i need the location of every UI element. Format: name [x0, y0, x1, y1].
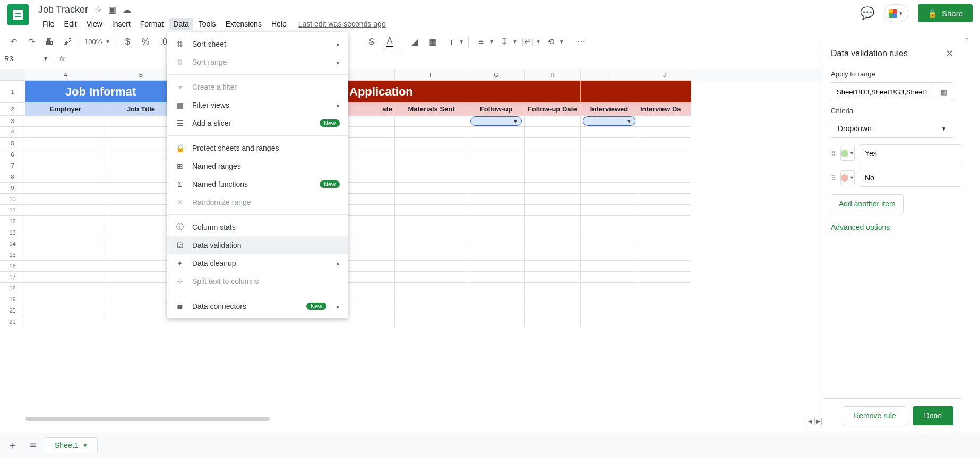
cell[interactable]	[25, 138, 106, 149]
cell[interactable]	[581, 194, 638, 205]
cell[interactable]	[468, 127, 525, 138]
cell[interactable]	[395, 316, 468, 327]
cell[interactable]	[468, 227, 525, 238]
cell[interactable]	[395, 171, 468, 183]
row-header[interactable]: 20	[0, 305, 25, 316]
header-followup-date[interactable]: Follow-up Date	[525, 103, 581, 116]
cell[interactable]	[525, 283, 581, 294]
col-header[interactable]: H	[525, 69, 581, 81]
menu-data[interactable]: Data	[169, 18, 193, 30]
cell[interactable]	[25, 283, 106, 294]
cell[interactable]	[25, 116, 106, 127]
row-header[interactable]: 17	[0, 272, 25, 283]
cell[interactable]	[25, 149, 106, 160]
sheet-tab[interactable]: Sheet1 ▼	[45, 437, 98, 453]
cloud-icon[interactable]: ☁	[123, 5, 131, 15]
cell[interactable]	[106, 216, 176, 227]
cell[interactable]	[395, 216, 468, 227]
range-input[interactable]	[831, 82, 934, 101]
menu-named-ranges[interactable]: ⊞Named ranges	[167, 157, 348, 175]
cell[interactable]	[25, 294, 106, 305]
menu-edit[interactable]: Edit	[60, 18, 81, 30]
menu-filter-views[interactable]: ▤Filter views▸	[167, 96, 348, 114]
row-header[interactable]: 10	[0, 194, 25, 205]
cell[interactable]	[638, 194, 691, 205]
add-another-button[interactable]: Add another item	[831, 194, 904, 213]
cell[interactable]	[638, 249, 691, 261]
menu-sort-sheet[interactable]: ⇅Sort sheet▸	[167, 35, 348, 53]
cell[interactable]	[106, 171, 176, 183]
cell[interactable]	[395, 127, 468, 138]
cell[interactable]	[395, 272, 468, 283]
cell[interactable]	[525, 294, 581, 305]
wrap-button[interactable]: |↵|	[520, 34, 536, 50]
cell[interactable]	[25, 205, 106, 216]
cell[interactable]	[638, 127, 691, 138]
col-header[interactable]: F	[395, 69, 468, 81]
row-header[interactable]: 8	[0, 171, 25, 183]
spreadsheet-grid[interactable]: A B F G H I J 1 Job Informat Application…	[0, 69, 823, 433]
cell[interactable]	[581, 138, 638, 149]
row-header[interactable]: 11	[0, 205, 25, 216]
cell[interactable]	[25, 272, 106, 283]
cell[interactable]	[468, 171, 525, 183]
menu-named-functions[interactable]: ΣNamed functionsNew	[167, 175, 348, 193]
menu-insert[interactable]: Insert	[108, 18, 135, 30]
cell[interactable]	[581, 305, 638, 316]
cell[interactable]	[395, 205, 468, 216]
cell-dropdown[interactable]: ▼	[468, 116, 525, 127]
option-value-input[interactable]	[859, 169, 961, 187]
row-header[interactable]: 15	[0, 249, 25, 261]
menu-data-connectors[interactable]: ≣Data connectorsNew▸	[167, 297, 348, 315]
cell[interactable]	[638, 227, 691, 238]
cell[interactable]	[395, 294, 468, 305]
text-color-button[interactable]: A	[382, 34, 398, 50]
cell[interactable]	[581, 261, 638, 272]
cell[interactable]	[25, 194, 106, 205]
last-edit-link[interactable]: Last edit was seconds ago	[298, 20, 386, 28]
row-header[interactable]: 18	[0, 283, 25, 294]
cell[interactable]	[581, 294, 638, 305]
cell[interactable]	[638, 283, 691, 294]
cell[interactable]	[25, 238, 106, 249]
cell[interactable]	[638, 171, 691, 183]
banner-job-info[interactable]: Job Informat	[25, 81, 176, 103]
cell[interactable]	[525, 194, 581, 205]
row-header[interactable]: 4	[0, 127, 25, 138]
row-header[interactable]: 3	[0, 116, 25, 127]
v-align-button[interactable]: ↧	[496, 34, 512, 50]
cell[interactable]	[395, 261, 468, 272]
select-all-corner[interactable]	[0, 69, 25, 81]
menu-add-slicer[interactable]: ☰Add a slicerNew	[167, 114, 348, 132]
cell[interactable]	[581, 238, 638, 249]
cell[interactable]	[581, 171, 638, 183]
print-button[interactable]: 🖶	[41, 34, 57, 50]
cell[interactable]	[468, 194, 525, 205]
cell[interactable]	[25, 183, 106, 194]
option-value-input[interactable]	[859, 144, 961, 162]
cell[interactable]	[395, 305, 468, 316]
cell[interactable]	[581, 183, 638, 194]
redo-button[interactable]: ↷	[23, 34, 39, 50]
cell[interactable]	[106, 183, 176, 194]
cell[interactable]	[25, 227, 106, 238]
cell[interactable]	[468, 272, 525, 283]
cell[interactable]	[106, 316, 176, 327]
header-materials[interactable]: Materials Sent	[395, 103, 468, 116]
borders-button[interactable]: ▦	[425, 34, 441, 50]
cell[interactable]	[525, 183, 581, 194]
cell[interactable]	[525, 205, 581, 216]
row-header[interactable]: 16	[0, 261, 25, 272]
cell[interactable]	[638, 183, 691, 194]
cell[interactable]	[525, 305, 581, 316]
option-color-select[interactable]: ▼	[840, 170, 855, 185]
cell[interactable]	[581, 205, 638, 216]
menu-help[interactable]: Help	[267, 18, 291, 30]
cell[interactable]	[106, 261, 176, 272]
menu-tools[interactable]: Tools	[194, 18, 220, 30]
strike-button[interactable]: S̶	[364, 34, 380, 50]
row-header[interactable]: 14	[0, 238, 25, 249]
cell[interactable]	[525, 272, 581, 283]
rotate-button[interactable]: ⟲	[543, 34, 559, 50]
option-color-select[interactable]: ▼	[840, 146, 855, 161]
